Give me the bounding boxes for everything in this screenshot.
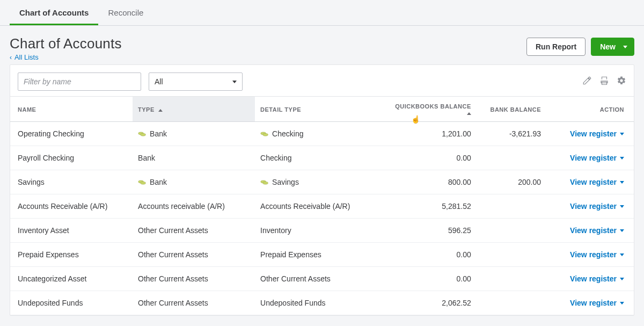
cell-action: View register — [546, 122, 634, 146]
cell-account-name: Savings — [10, 170, 133, 194]
cell-qb-balance: 0.00 — [389, 243, 477, 267]
cell-qb-balance: 0.00 — [389, 267, 477, 291]
card-toolbar: All — [10, 65, 634, 96]
cell-detail-type: Savings — [255, 170, 389, 194]
cell-bank-balance — [477, 267, 546, 291]
cell-account-type: Other Current Assets — [133, 219, 255, 243]
type-filter-select[interactable]: All — [149, 73, 243, 91]
chevron-down-icon — [620, 229, 624, 232]
svg-point-7 — [263, 182, 268, 185]
run-report-button[interactable]: Run Report — [526, 38, 586, 56]
table-row: Inventory AssetOther Current AssetsInven… — [10, 219, 634, 243]
cell-bank-balance — [477, 243, 546, 267]
money-stack-icon — [260, 129, 269, 135]
chevron-down-icon — [620, 181, 624, 184]
chevron-down-icon — [620, 278, 624, 280]
cell-action: View register — [546, 219, 634, 243]
new-account-button[interactable]: New — [591, 38, 634, 56]
cell-detail-type: Checking — [255, 146, 389, 170]
col-name-header[interactable]: NAME — [10, 97, 133, 122]
page-header: Chart of Accounts ‹ All Lists Run Report… — [0, 26, 644, 64]
cell-account-name: Operating Checking — [10, 122, 133, 146]
view-register-link[interactable]: View register — [570, 226, 624, 235]
sort-asc-icon — [467, 112, 471, 115]
cell-detail-type: Undeposited Funds — [255, 291, 389, 315]
table-row: Payroll CheckingBankChecking0.00View reg… — [10, 146, 634, 170]
svg-point-5 — [141, 182, 146, 185]
cell-qb-balance: 2,062.52 — [389, 291, 477, 315]
view-register-link[interactable]: View register — [570, 274, 624, 283]
sort-asc-icon — [158, 109, 163, 112]
settings-gear-icon[interactable] — [617, 76, 626, 88]
chevron-down-icon — [623, 46, 627, 48]
cell-account-type: Bank — [133, 122, 255, 146]
cell-account-type: Bank — [133, 170, 255, 194]
cell-detail-type: Checking — [255, 122, 389, 146]
cell-qb-balance: 1,201.00 — [389, 122, 477, 146]
tab-reconcile[interactable]: Reconcile — [98, 1, 153, 25]
chevron-down-icon — [620, 302, 624, 305]
view-register-link[interactable]: View register — [570, 154, 624, 162]
view-register-link[interactable]: View register — [570, 129, 624, 138]
cell-account-type: Other Current Assets — [133, 243, 255, 267]
cell-qb-balance: 5,281.52 — [389, 194, 477, 219]
page-title: Chart of Accounts — [10, 35, 122, 52]
cell-bank-balance — [477, 194, 546, 219]
cell-detail-type: Inventory — [255, 219, 389, 243]
view-register-link[interactable]: View register — [570, 299, 624, 307]
money-stack-icon — [260, 178, 269, 183]
cell-account-name: Accounts Receivable (A/R) — [10, 194, 133, 219]
print-icon[interactable] — [599, 76, 609, 88]
cell-account-type: Other Current Assets — [133, 267, 255, 291]
svg-point-1 — [141, 134, 146, 136]
cell-action: View register — [546, 170, 634, 194]
top-tabs: Chart of Accounts Reconcile — [0, 0, 644, 26]
cell-detail-type: Other Current Assets — [255, 267, 389, 291]
cell-account-name: Inventory Asset — [10, 219, 133, 243]
back-link-label: All Lists — [14, 53, 39, 61]
table-row: Operating CheckingBankChecking1,201.00-3… — [10, 122, 634, 146]
cell-qb-balance: 800.00 — [389, 170, 477, 194]
col-detail-type-header[interactable]: DETAIL TYPE — [255, 97, 389, 122]
cell-account-type: Bank — [133, 146, 255, 170]
back-all-lists-link[interactable]: ‹ All Lists — [10, 53, 122, 61]
edit-pencil-icon[interactable] — [582, 76, 592, 88]
view-register-link[interactable]: View register — [570, 250, 624, 259]
col-qb-balance-label: QUICKBOOKS BALANCE — [395, 103, 471, 110]
cell-account-name: Payroll Checking — [10, 146, 133, 170]
view-register-link[interactable]: View register — [570, 202, 624, 211]
table-row: Prepaid ExpensesOther Current AssetsPrep… — [10, 243, 634, 267]
svg-point-3 — [263, 134, 268, 136]
tab-chart-of-accounts[interactable]: Chart of Accounts — [10, 1, 98, 25]
type-filter-value: All — [155, 77, 163, 86]
table-row: SavingsBankSavings800.00200.00View regis… — [10, 170, 634, 194]
cell-detail-type: Accounts Receivable (A/R) — [255, 194, 389, 219]
cell-bank-balance: 200.00 — [477, 170, 546, 194]
chevron-down-icon — [232, 81, 237, 83]
accounts-card: All NAME TYPE DETAIL TYPE — [10, 64, 634, 316]
col-quickbooks-balance-header[interactable]: QUICKBOOKS BALANCE ☝ — [389, 97, 477, 122]
accounts-table: NAME TYPE DETAIL TYPE QUICKBOOKS BALANCE… — [10, 96, 634, 315]
table-row: Accounts Receivable (A/R)Accounts receiv… — [10, 194, 634, 219]
cell-detail-type: Prepaid Expenses — [255, 243, 389, 267]
filter-by-name-input[interactable] — [18, 73, 141, 91]
new-button-label: New — [600, 42, 616, 51]
col-type-header[interactable]: TYPE — [133, 97, 255, 122]
cell-account-name: Prepaid Expenses — [10, 243, 133, 267]
table-row: Undeposited FundsOther Current AssetsUnd… — [10, 291, 634, 315]
cell-action: View register — [546, 291, 634, 315]
cell-account-name: Uncategorized Asset — [10, 267, 133, 291]
cell-action: View register — [546, 243, 634, 267]
run-report-label: Run Report — [536, 42, 576, 51]
cell-action: View register — [546, 267, 634, 291]
cell-action: View register — [546, 146, 634, 170]
chevron-down-icon — [620, 205, 624, 208]
table-row: Uncategorized AssetOther Current AssetsO… — [10, 267, 634, 291]
cell-account-name: Undeposited Funds — [10, 291, 133, 315]
col-bank-balance-header[interactable]: BANK BALANCE — [477, 97, 546, 122]
cell-bank-balance — [477, 291, 546, 315]
cell-bank-balance — [477, 219, 546, 243]
cell-bank-balance — [477, 146, 546, 170]
chevron-left-icon: ‹ — [10, 54, 12, 61]
view-register-link[interactable]: View register — [570, 178, 624, 186]
